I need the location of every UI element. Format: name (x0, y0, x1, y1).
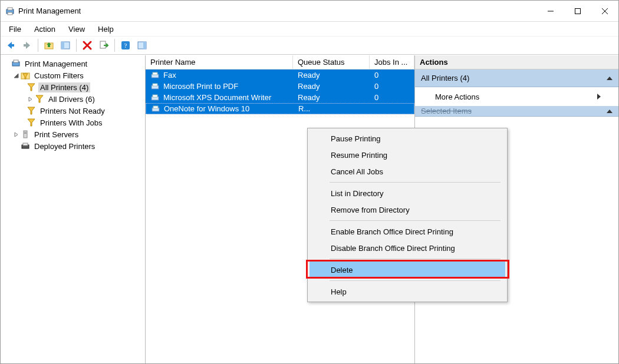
printer-name: Fax (163, 71, 176, 80)
cm-help[interactable]: Help (310, 283, 505, 300)
nav-forward-button[interactable] (19, 38, 35, 53)
printer-status: Ready (293, 93, 370, 102)
cm-pause-printing[interactable]: Pause Printing (310, 130, 505, 147)
svg-rect-1 (8, 8, 12, 10)
svg-rect-16 (143, 42, 146, 49)
actions-group-selected-items[interactable]: Selected Items (415, 106, 618, 117)
printer-icon (150, 71, 160, 80)
maximize-button[interactable] (564, 1, 591, 22)
printer-status: R... (294, 104, 370, 113)
tree-root-label: Print Management (23, 59, 89, 69)
export-button[interactable] (96, 38, 111, 53)
printer-icon (151, 105, 160, 113)
tree-custom-filters[interactable]: Custom Filters (1, 70, 145, 81)
cm-delete[interactable]: Delete (310, 262, 505, 278)
menu-file[interactable]: File (3, 24, 27, 35)
help-button[interactable]: ? (118, 38, 133, 53)
minimize-button[interactable] (537, 1, 564, 22)
tree-root[interactable]: Print Management (1, 58, 145, 70)
col-header-name[interactable]: Printer Name (146, 55, 293, 69)
svg-rect-8 (24, 44, 27, 47)
cm-list-in-directory[interactable]: List in Directory (310, 185, 505, 201)
submenu-arrow-icon (597, 94, 601, 100)
delete-button[interactable] (80, 38, 95, 53)
svg-rect-18 (14, 60, 18, 62)
list-row[interactable]: Fax Ready 0 (146, 70, 414, 81)
list-row[interactable]: Microsoft Print to PDF Ready 0 (146, 81, 414, 92)
list-row[interactable]: OneNote for Windows 10 R... (146, 103, 414, 114)
print-management-icon (5, 6, 15, 16)
filter-icon (27, 118, 36, 127)
printer-jobs: 0 (370, 71, 414, 80)
cm-resume-printing[interactable]: Resume Printing (310, 147, 505, 163)
printer-name: OneNote for Windows 10 (164, 104, 249, 113)
printer-icon (150, 94, 160, 102)
separator (330, 220, 501, 221)
menu-action[interactable]: Action (28, 24, 61, 35)
toolbar: ? (1, 36, 618, 55)
expander-open-icon[interactable] (12, 72, 19, 79)
tree-printers-not-ready-label: Printers Not Ready (38, 106, 107, 116)
actions-item-label: More Actions (435, 92, 479, 101)
show-hide-tree-button[interactable] (58, 38, 73, 53)
up-level-button[interactable] (41, 38, 57, 53)
printer-name: Microsoft XPS Document Writer (163, 93, 271, 102)
actions-group-all-printers[interactable]: All Printers (4) (415, 70, 618, 87)
svg-rect-2 (8, 12, 12, 15)
context-menu: Pause Printing Resume Printing Cancel Al… (307, 128, 508, 302)
cm-remove-from-directory[interactable]: Remove from Directory (310, 201, 505, 218)
expander-closed-icon[interactable] (27, 95, 34, 102)
menu-help[interactable]: Help (92, 24, 120, 35)
tree-all-printers-label: All Printers (4) (38, 82, 90, 92)
cm-disable-branch-office[interactable]: Disable Branch Office Direct Printing (310, 240, 505, 256)
show-hide-action-pane-button[interactable] (134, 38, 150, 53)
tree-printers-not-ready[interactable]: Printers Not Ready (1, 105, 145, 117)
nav-back-button[interactable] (3, 38, 18, 53)
separator (330, 259, 501, 259)
actions-more-actions[interactable]: More Actions (415, 87, 618, 106)
tree-printers-with-jobs-label: Printers With Jobs (38, 118, 104, 128)
separator (330, 182, 501, 183)
svg-rect-30 (153, 95, 157, 97)
svg-rect-24 (23, 143, 28, 145)
cm-enable-branch-office[interactable]: Enable Branch Office Direct Printing (310, 223, 505, 240)
collapse-arrow-icon (607, 77, 613, 80)
printer-jobs: 0 (370, 93, 414, 102)
filter-icon (35, 94, 44, 104)
tree-print-servers-label: Print Servers (32, 130, 80, 140)
cm-cancel-all-jobs[interactable]: Cancel All Jobs (310, 163, 505, 180)
actions-group-label: All Printers (4) (421, 74, 469, 82)
print-management-window: Print Management File Action View Help ? (0, 0, 619, 364)
filter-icon (27, 106, 36, 115)
printer-status: Ready (293, 71, 370, 80)
printer-icon (150, 82, 160, 91)
list-row[interactable]: Microsoft XPS Document Writer Ready 0 (146, 92, 414, 103)
svg-rect-11 (61, 42, 64, 49)
menubar: File Action View Help (1, 22, 618, 36)
server-icon (21, 130, 30, 139)
close-button[interactable] (591, 1, 618, 22)
tree-all-drivers-label: All Drivers (6) (47, 94, 97, 104)
actions-header: Actions (415, 55, 618, 70)
separator (330, 280, 501, 281)
expander-closed-icon[interactable] (12, 131, 19, 138)
filter-icon (27, 82, 36, 92)
printer-status: Ready (293, 82, 370, 91)
tree-all-printers[interactable]: All Printers (4) (1, 81, 145, 93)
tree-all-drivers[interactable]: All Drivers (6) (1, 93, 145, 105)
svg-rect-20 (24, 131, 27, 138)
svg-rect-28 (153, 84, 157, 86)
tree-print-servers[interactable]: Print Servers (1, 128, 145, 140)
tree-printers-with-jobs[interactable]: Printers With Jobs (1, 117, 145, 128)
col-header-jobs[interactable]: Jobs In ... (370, 55, 414, 69)
window-title: Print Management (18, 6, 81, 15)
menu-view[interactable]: View (62, 24, 91, 35)
tree-pane: Print Management Custom Filters All Prin… (1, 55, 146, 363)
actions-group-label-partial: Selected Items (421, 107, 472, 115)
printer-name: Microsoft Print to PDF (163, 82, 238, 91)
tree-deployed-printers[interactable]: Deployed Printers (1, 140, 145, 152)
printer-icon (21, 141, 30, 151)
col-header-status[interactable]: Queue Status (293, 55, 370, 69)
printer-jobs: 0 (370, 82, 414, 91)
collapse-arrow-icon (607, 110, 613, 113)
